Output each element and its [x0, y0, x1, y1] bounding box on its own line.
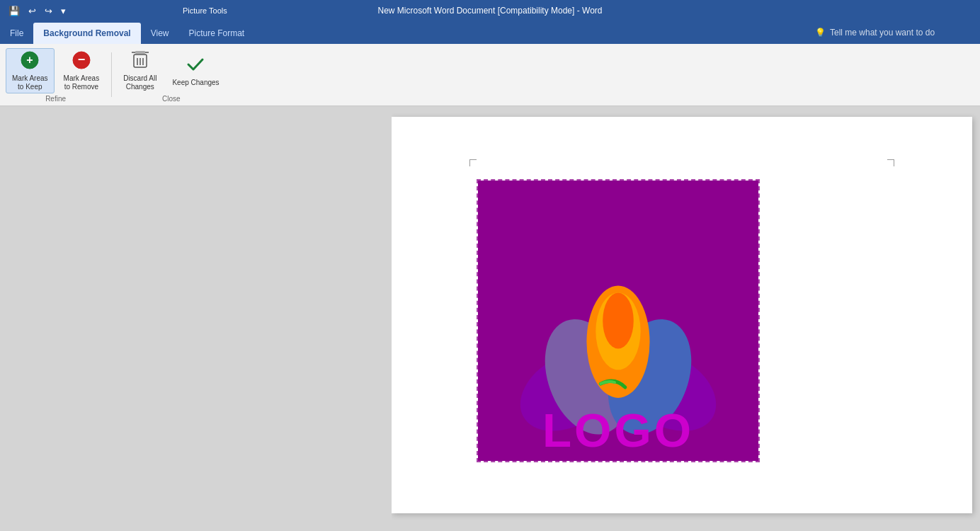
keep-changes-icon — [186, 55, 205, 77]
main-area: LOGO — [0, 106, 980, 531]
tab-background-removal[interactable]: Background Removal — [33, 23, 140, 44]
close-buttons: Discard All Changes Keep Changes — [117, 48, 225, 93]
ribbon-group-close: Discard All Changes Keep Changes Close — [111, 47, 231, 103]
tab-file[interactable]: File — [0, 23, 33, 44]
svg-text:LOGO: LOGO — [542, 404, 694, 457]
redo-button[interactable]: ↪ — [42, 4, 55, 18]
undo-button[interactable]: ↩ — [25, 4, 39, 18]
picture-tools-label: Picture Tools — [177, 0, 233, 21]
tab-view[interactable]: View — [141, 23, 179, 44]
mark-remove-icon: − — [72, 50, 91, 73]
document-area: LOGO — [392, 106, 980, 531]
svg-text:+: + — [27, 54, 33, 66]
svg-text:−: − — [78, 52, 86, 67]
tell-me-input[interactable] — [830, 28, 972, 38]
corner-marker-tr — [887, 159, 894, 166]
mark-keep-icon: + — [20, 50, 40, 73]
title-bar: 💾 ↩ ↪ ▾ Picture Tools New Microsoft Word… — [0, 0, 980, 21]
discard-all-changes-button[interactable]: Discard All Changes — [117, 48, 163, 93]
keep-changes-button[interactable]: Keep Changes — [166, 48, 225, 93]
ribbon-tabs-row: File Background Removal View Picture For… — [0, 21, 980, 44]
logo-image: LOGO — [478, 181, 758, 461]
discard-icon — [131, 50, 149, 73]
ribbon-bar: + Mark Areas to Keep − Mark Areas to Rem… — [0, 44, 980, 106]
svg-point-21 — [603, 292, 634, 348]
mark-areas-remove-button[interactable]: − Mark Areas to Remove — [57, 48, 106, 93]
corner-marker-tl — [469, 159, 477, 166]
word-page: LOGO — [392, 117, 972, 513]
document-title: New Microsoft Word Document [Compatibili… — [0, 6, 980, 16]
save-button[interactable]: 💾 — [6, 4, 23, 18]
image-wrapper[interactable]: LOGO — [477, 179, 760, 462]
discard-all-label: Discard All Changes — [123, 74, 156, 91]
logo-svg: LOGO — [478, 181, 758, 461]
tab-picture-format[interactable]: Picture Format — [179, 23, 255, 44]
close-group-label: Close — [162, 95, 181, 104]
quick-access-toolbar: 💾 ↩ ↪ ▾ — [0, 4, 74, 18]
ribbon-group-refine: + Mark Areas to Keep − Mark Areas to Rem… — [0, 47, 111, 103]
refine-group-label: Refine — [45, 95, 66, 104]
customize-qat-button[interactable]: ▾ — [58, 4, 69, 18]
tell-me-area: 💡 — [815, 21, 980, 44]
mark-areas-keep-button[interactable]: + Mark Areas to Keep — [6, 48, 55, 93]
keep-changes-label: Keep Changes — [172, 79, 219, 87]
refine-buttons: + Mark Areas to Keep − Mark Areas to Rem… — [6, 48, 106, 93]
svg-rect-8 — [135, 51, 145, 54]
gray-panel — [0, 106, 392, 531]
lightbulb-icon: 💡 — [815, 28, 826, 38]
mark-remove-label: Mark Areas to Remove — [64, 74, 100, 91]
mark-keep-label: Mark Areas to Keep — [12, 74, 48, 91]
